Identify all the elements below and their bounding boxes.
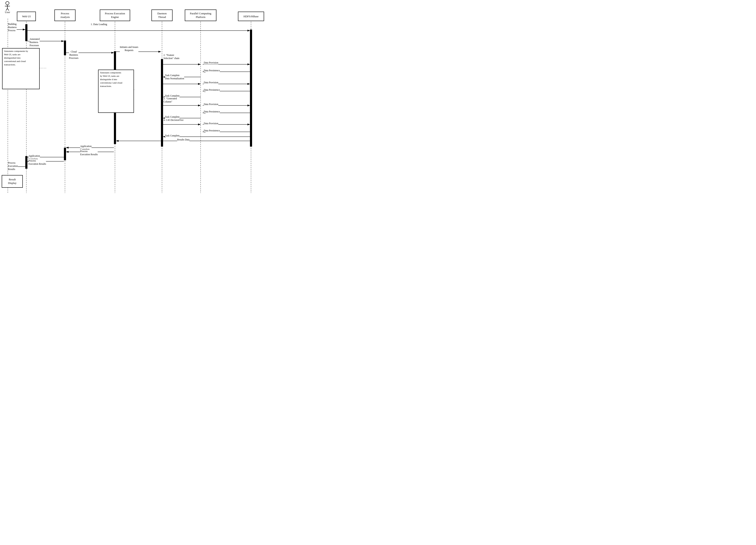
svg-rect-15 [25, 156, 27, 169]
label-task-complete-3: Task Complete [165, 115, 180, 119]
sequence-diagram: User Web UI Process Analysis Process Exe… [0, 0, 270, 196]
label-data-loading: 1. Data Loading [91, 23, 107, 26]
label-c45: 4. C45 DecisionTree [163, 119, 184, 122]
label-data-persistence-3: Data Persistence [204, 110, 220, 113]
label-building-business: BuildingBusinessProcess [8, 23, 17, 32]
actor-webui: Web UI [17, 12, 36, 21]
actor-process-analysis: Process Analysis [54, 9, 76, 21]
svg-rect-10 [64, 40, 66, 55]
label-annotated-business: AnnotatedBusinessProcesses [30, 38, 40, 47]
arrows-svg [0, 0, 270, 196]
label-data-provision-1: Data Provision [204, 61, 218, 64]
label-data-persistence-4: Data Persistence [204, 129, 220, 132]
label-data-persistence-2: Data Persistence [204, 88, 220, 92]
note-webui-annotation: Annotates components byWeb UI, tasks are… [2, 48, 40, 89]
svg-rect-13 [250, 30, 252, 147]
label-results-data: Results Data [177, 138, 189, 141]
actor-process-execution: Process Execution Engine [100, 9, 130, 21]
svg-rect-14 [64, 148, 66, 160]
svg-line-48 [5, 8, 7, 11]
actor-daemon-thread: Daemon Thread [151, 9, 173, 21]
result-display-box: Result Display [2, 175, 23, 188]
note-execution-annotation: Annotates componentsby Web UI, tasks are… [98, 70, 134, 113]
label-data-provision-3: Data Provision [204, 103, 218, 106]
label-generated-column: 3. "GeneratedColumn" [163, 97, 177, 103]
svg-point-45 [6, 1, 9, 5]
label-process-exec-results-2: ProcessExecution Results [28, 159, 46, 166]
label-data-provision-2: Data Provision [204, 81, 218, 84]
label-initiates-issues: Initiates and IssuesRequests [120, 46, 138, 52]
user-label: User [5, 11, 10, 14]
svg-rect-9 [25, 24, 27, 41]
svg-line-49 [7, 8, 9, 11]
actor-parallel-computing: Parallel Computing Platform [185, 9, 216, 21]
label-task-complete-data-norm: Task CompleteData Normalization [165, 74, 184, 80]
user-figure: User [2, 1, 13, 14]
label-process-exec-results-1: ProcessExecution Results [80, 150, 98, 156]
label-feature-selection: 2. "FeatureSelection" chain [163, 54, 179, 60]
label-data-persistence-1: Data Persistence [204, 69, 220, 72]
label-task-complete-4: Task Complete [165, 134, 180, 137]
label-process-exec-results-3: ProcessExecutionResults [8, 161, 18, 171]
label-data-provision-4: Data Provision [204, 122, 218, 125]
svg-rect-12 [161, 59, 163, 147]
label-cloud-business: CloudBusinessProcesses [69, 50, 78, 60]
actor-hdfs: HDFS/HBase [238, 12, 264, 21]
